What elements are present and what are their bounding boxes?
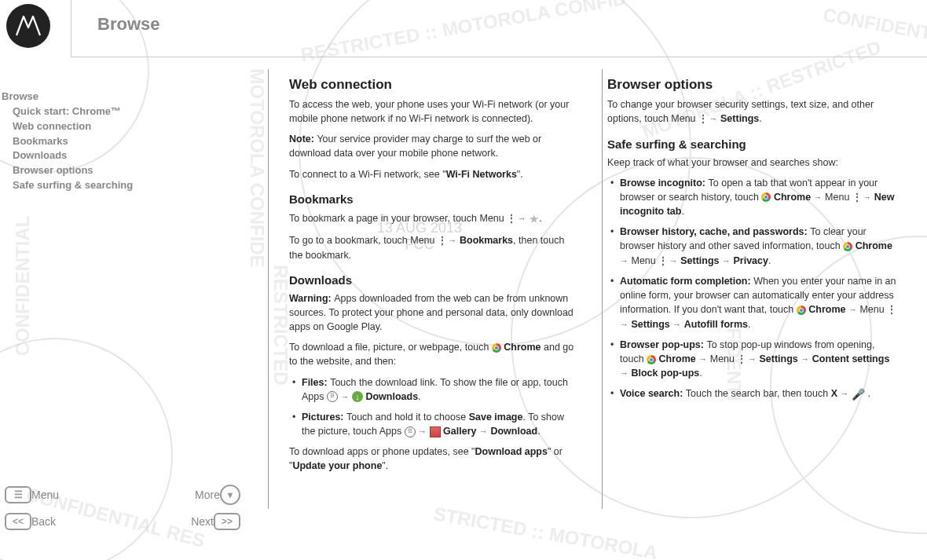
star-icon: ★ bbox=[529, 212, 539, 225]
paragraph: Note: Your service provider may charge t… bbox=[289, 132, 579, 160]
paragraph: To access the web, your phone uses your … bbox=[289, 97, 579, 126]
toc-item[interactable]: Browser options bbox=[13, 163, 222, 178]
text: Menu bbox=[707, 353, 737, 364]
label-pictures: Pictures: bbox=[302, 412, 346, 423]
watermark-text: STRICTED :: MOTOROLA bbox=[432, 503, 659, 560]
toc-item[interactable]: Quick start: Chrome™ bbox=[13, 104, 222, 119]
menu-icon: ⋮ bbox=[737, 353, 745, 366]
label-chrome: Chrome bbox=[856, 240, 892, 251]
paragraph: To change your browser security settings… bbox=[607, 97, 897, 126]
label-settings: Settings bbox=[759, 353, 797, 364]
link-update-phone[interactable]: Update your phone bbox=[292, 460, 382, 471]
text: ". bbox=[517, 169, 523, 180]
label-incognito: Browse incognito: bbox=[620, 178, 709, 188]
label-download: Download bbox=[490, 426, 537, 437]
arrow-icon: → bbox=[841, 390, 849, 399]
motorola-logo bbox=[6, 4, 50, 48]
list-item: Browse incognito: To open a tab that won… bbox=[610, 176, 897, 219]
paragraph: To go to a bookmark, touch Menu ⋮ → Book… bbox=[289, 233, 579, 262]
arrow-icon: → bbox=[418, 426, 427, 436]
arrow-icon: → bbox=[518, 214, 526, 223]
arrow-icon: → bbox=[340, 392, 349, 401]
text: Your service provider may charge to surf… bbox=[289, 134, 541, 159]
divider bbox=[71, 57, 927, 57]
chrome-icon bbox=[647, 355, 656, 364]
arrow-icon: → bbox=[698, 354, 707, 364]
content-area: Web connection To access the web, your p… bbox=[275, 69, 911, 479]
text: Menu bbox=[628, 255, 658, 266]
heading-bookmarks: Bookmarks bbox=[289, 192, 579, 206]
footer-nav: ☰ Menu More ▾ << Back Next >> bbox=[5, 485, 240, 538]
apps-icon: ⠿ bbox=[405, 426, 416, 437]
list-item: Voice search: Touch the search bar, then… bbox=[610, 386, 897, 402]
arrow-icon: → bbox=[620, 256, 628, 265]
chrome-icon bbox=[492, 343, 501, 353]
arrow-icon: → bbox=[748, 354, 757, 364]
paragraph: To connect to a Wi-Fi network, see "Wi-F… bbox=[289, 167, 579, 181]
more-button[interactable]: ▾ bbox=[220, 485, 240, 505]
column-divider bbox=[268, 69, 269, 509]
column-left: Web connection To access the web, your p… bbox=[275, 69, 593, 479]
text: ". bbox=[382, 460, 388, 471]
menu-icon: ⋮ bbox=[698, 112, 706, 126]
heading-safe-surfing: Safe surfing & searching bbox=[607, 137, 897, 151]
text: Menu bbox=[823, 192, 852, 203]
label-chrome: Chrome bbox=[659, 353, 696, 364]
download-icon: ↓ bbox=[352, 391, 363, 402]
label-privacy: Privacy bbox=[733, 255, 768, 266]
list-item: Browser history, cache, and passwords: T… bbox=[610, 225, 897, 268]
label-popups: Browser pop-ups: bbox=[620, 339, 706, 350]
next-button[interactable]: >> bbox=[214, 513, 240, 530]
label-chrome: Chrome bbox=[808, 304, 845, 315]
label-settings: Settings bbox=[720, 113, 759, 124]
paragraph: To download a file, picture, or webpage,… bbox=[289, 340, 579, 368]
label-history: Browser history, cache, and passwords: bbox=[620, 226, 810, 237]
page-title: Browse bbox=[97, 14, 159, 35]
label-settings: Settings bbox=[631, 319, 669, 330]
arrow-icon: → bbox=[672, 320, 681, 329]
text: To download a file, picture, or webpage,… bbox=[289, 342, 492, 353]
menu-icon: ⋮ bbox=[507, 212, 515, 225]
apps-icon: ⠿ bbox=[327, 391, 338, 402]
label-autofill: Automatic form completion: bbox=[620, 276, 753, 287]
label-chrome: Chrome bbox=[774, 192, 811, 203]
link-wifi-networks[interactable]: Wi-Fi Networks bbox=[446, 169, 517, 180]
back-label: Back bbox=[31, 515, 56, 528]
text: To go to a bookmark, touch Menu bbox=[289, 235, 438, 246]
arrow-icon: → bbox=[848, 305, 857, 314]
label-warning: Warning: bbox=[289, 293, 334, 304]
label-autofill-forms: Autofill forms bbox=[684, 319, 748, 330]
arrow-icon: → bbox=[479, 426, 488, 436]
label-note: Note: bbox=[289, 134, 317, 145]
arrow-icon: → bbox=[709, 114, 718, 123]
column-right: Browser options To change your browser s… bbox=[593, 69, 911, 479]
more-label: More bbox=[195, 489, 220, 501]
microphone-icon: 🎤 bbox=[852, 388, 865, 401]
arrow-icon: → bbox=[722, 256, 731, 265]
menu-button[interactable]: ☰ bbox=[5, 486, 31, 503]
label-files: Files: bbox=[302, 377, 330, 388]
back-button[interactable]: << bbox=[5, 513, 31, 530]
watermark-text: MOTOROLA CONFIDE bbox=[246, 68, 268, 267]
list-item: Automatic form completion: When you ente… bbox=[610, 274, 897, 331]
toc-item[interactable]: Web connection bbox=[13, 119, 222, 134]
next-label: Next bbox=[191, 515, 214, 528]
arrow-icon: → bbox=[448, 236, 456, 245]
arrow-icon: → bbox=[863, 192, 871, 202]
text: To bookmark a page in your browser, touc… bbox=[289, 213, 507, 224]
heading-browser-options: Browser options bbox=[607, 77, 897, 93]
watermark-text: CONFIDENTIAL RES bbox=[821, 4, 927, 57]
label-settings: Settings bbox=[680, 255, 719, 266]
text: Touch the search bar, then touch bbox=[686, 389, 831, 400]
toc-item[interactable]: Bookmarks bbox=[13, 134, 222, 149]
link-download-apps[interactable]: Download apps bbox=[475, 446, 548, 457]
toc-heading[interactable]: Browse bbox=[2, 90, 222, 104]
label-chrome: Chrome bbox=[504, 342, 540, 353]
toc-item[interactable]: Downloads bbox=[13, 148, 222, 163]
label-gallery: Gallery bbox=[443, 426, 476, 437]
toc-item[interactable]: Safe surfing & searching bbox=[13, 178, 222, 193]
heading-downloads: Downloads bbox=[289, 273, 579, 287]
gallery-icon bbox=[430, 426, 441, 437]
heading-web-connection: Web connection bbox=[289, 77, 579, 93]
watermark-text: CONFIDENTIAL bbox=[12, 216, 34, 357]
